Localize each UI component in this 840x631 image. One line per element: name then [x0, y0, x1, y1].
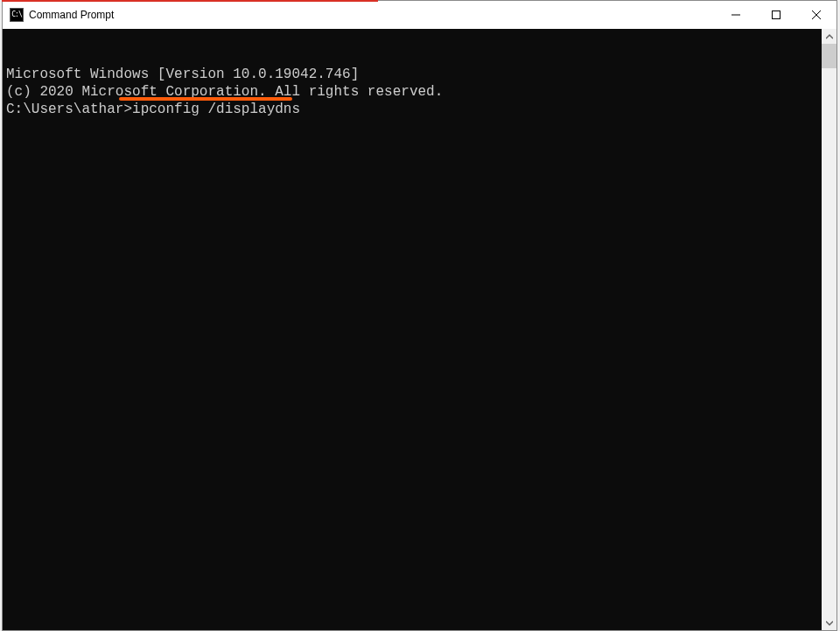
- terminal-output-line: Microsoft Windows [Version 10.0.19042.74…: [6, 66, 818, 83]
- maximize-button[interactable]: [756, 1, 796, 29]
- terminal-content[interactable]: Microsoft Windows [Version 10.0.19042.74…: [3, 29, 822, 630]
- scrollbar-up-button[interactable]: [822, 29, 836, 44]
- command-prompt-window: C:\ Command Prompt: [2, 0, 837, 631]
- terminal-prompt-line: C:\Users\athar>ipconfig /displaydns: [6, 101, 300, 118]
- terminal-command: ipconfig /displaydns: [132, 102, 300, 117]
- maximize-icon: [772, 11, 780, 19]
- scrollbar-down-button[interactable]: [822, 615, 836, 630]
- window-title: Command Prompt: [29, 9, 114, 21]
- chevron-up-icon: [826, 33, 833, 40]
- terminal-area: Microsoft Windows [Version 10.0.19042.74…: [3, 29, 836, 630]
- window-controls: [716, 1, 836, 29]
- close-button[interactable]: [796, 1, 836, 29]
- scrollbar-thumb[interactable]: [822, 44, 836, 68]
- vertical-scrollbar[interactable]: [822, 29, 836, 630]
- minimize-icon: [732, 11, 740, 19]
- titlebar[interactable]: C:\ Command Prompt: [3, 1, 836, 29]
- scrollbar-track[interactable]: [822, 44, 836, 615]
- svg-rect-1: [773, 11, 780, 19]
- window-top-accent: [2, 0, 378, 2]
- command-highlight-underline: [119, 97, 292, 101]
- terminal-prompt: C:\Users\athar>: [6, 102, 132, 117]
- close-icon: [812, 11, 821, 19]
- cmd-icon: C:\: [10, 8, 24, 22]
- minimize-button[interactable]: [716, 1, 756, 29]
- chevron-down-icon: [826, 620, 833, 627]
- cmd-icon-glyph: C:\: [11, 11, 21, 18]
